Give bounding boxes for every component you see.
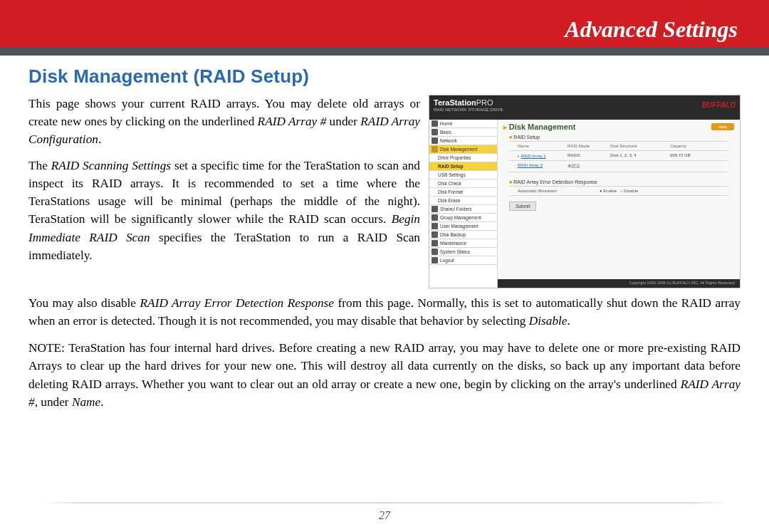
ss-nav-group-management[interactable]: Group Management xyxy=(429,214,497,222)
basic-icon xyxy=(431,129,438,135)
gear-icon xyxy=(431,240,438,246)
ss-submit-button[interactable]: Submit xyxy=(509,202,536,211)
ss-main-panel: Disk Management Help RAID Setup Name RAI… xyxy=(498,120,740,288)
page-number: 27 xyxy=(0,509,769,522)
ss-main-title: Disk Management xyxy=(503,122,575,131)
screenshot-figure: TeraStationPRO RAID NETWORK STORAGE DRIV… xyxy=(429,95,741,288)
ss-nav-disk-format[interactable]: Disk Format xyxy=(429,188,497,197)
ss-nav-basic[interactable]: Basic xyxy=(429,128,497,137)
ss-error-options: Automatic Shutdown ● Enable ○ Disable xyxy=(509,186,728,196)
disk-icon xyxy=(431,146,438,152)
ss-nav-maintenance[interactable]: Maintenance xyxy=(429,239,497,248)
ss-nav-shared-folders[interactable]: Shared Folders xyxy=(429,205,497,214)
user-icon xyxy=(431,223,438,229)
ss-raid-array-1-link[interactable]: RAID Array 1 xyxy=(521,154,546,158)
ss-product-sub: RAID NETWORK STORAGE DRIVE xyxy=(434,108,503,112)
ss-sect-raid-setup: RAID Setup xyxy=(498,132,740,141)
paragraph-3: You may also disable RAID Array Error De… xyxy=(28,294,741,330)
header-banner: Advanced Settings xyxy=(0,0,769,47)
ss-copyright: Copyright 2003-2006 (c) BUFFALO INC. All… xyxy=(498,279,740,288)
folder-icon xyxy=(431,206,438,212)
group-icon xyxy=(431,214,438,221)
network-icon xyxy=(431,137,438,144)
ss-brand: BUFFALO xyxy=(702,101,736,109)
ss-nav-user-management[interactable]: User Management xyxy=(429,222,497,231)
ss-nav-disk-check[interactable]: Disk Check xyxy=(429,179,497,188)
header-subbar xyxy=(0,47,769,56)
ss-nav-disk-backup[interactable]: Disk Backup xyxy=(429,231,497,239)
ss-raid-table: Name RAID Mode Disk Structure Capacity R… xyxy=(509,141,728,172)
ss-nav-home[interactable]: Home xyxy=(429,120,497,128)
ss-nav-network[interactable]: Network xyxy=(429,137,497,145)
section-heading: Disk Management (RAID Setup) xyxy=(28,66,741,88)
ss-nav-raid-setup[interactable]: RAID Setup xyxy=(429,162,497,171)
ss-nav-system-status[interactable]: System Status xyxy=(429,248,497,256)
ss-nav-disk-erase[interactable]: Disk Erase xyxy=(429,197,497,205)
banner-title: Advanced Settings xyxy=(565,16,738,43)
ss-sidebar: Home Basic Network Disk Management Drive… xyxy=(429,120,498,288)
ss-table-header: Name RAID Mode Disk Structure Capacity xyxy=(509,142,728,151)
status-icon xyxy=(431,249,438,255)
ss-raid-array-2-link[interactable]: RAID Array 2 xyxy=(518,163,543,167)
ss-header: TeraStationPRO RAID NETWORK STORAGE DRIV… xyxy=(429,95,740,120)
ss-product-name: TeraStationPRO xyxy=(434,98,493,107)
footer-divider xyxy=(44,502,729,504)
home-icon xyxy=(431,120,438,127)
ss-help-button[interactable]: Help xyxy=(711,123,734,130)
logout-icon xyxy=(431,257,438,264)
ss-sect-error-detection: RAID Array Error Detection Response xyxy=(498,172,740,186)
ss-nav-drive-properties[interactable]: Drive Properties xyxy=(429,154,497,162)
ss-table-row-2: RAID Array 2 未設定 xyxy=(509,161,728,172)
backup-icon xyxy=(431,231,438,238)
paragraph-4: NOTE: TeraStation has four internal hard… xyxy=(28,339,741,412)
ss-nav-disk-management[interactable]: Disk Management xyxy=(429,145,497,154)
ss-nav-logout[interactable]: Logout xyxy=(429,256,497,265)
ss-table-row-1: RAID Array 1 RAID5 Disk 1, 2, 3, 4 698.7… xyxy=(509,151,728,161)
ss-nav-usb-settings[interactable]: USB Settings xyxy=(429,171,497,179)
